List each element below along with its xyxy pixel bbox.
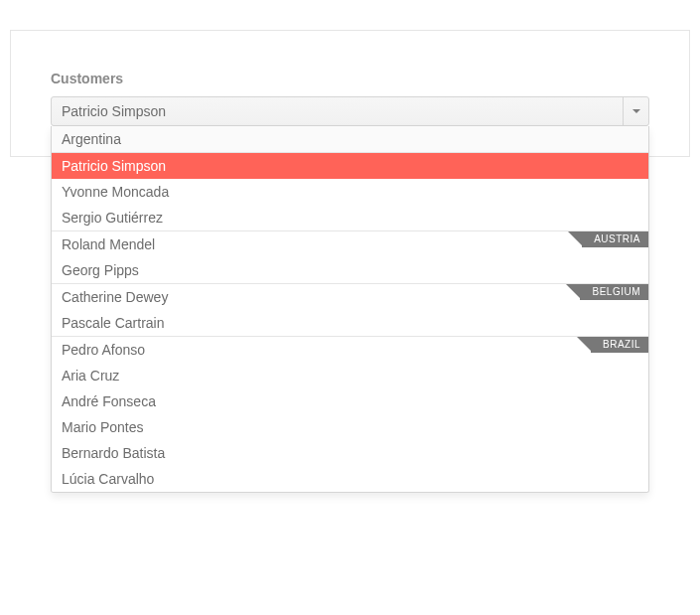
group-wrap: Catherine DeweyBELGIUMPascale Cartrain bbox=[52, 283, 648, 336]
list-item[interactable]: Sergio Gutiérrez bbox=[52, 205, 648, 231]
group-flag: BRAZIL bbox=[591, 337, 648, 353]
list-item[interactable]: Yvonne Moncada bbox=[52, 179, 648, 205]
group-wrap: Roland MendelAUSTRIAGeorg Pipps bbox=[52, 231, 648, 283]
combobox-selected-text: Patricio Simpson bbox=[62, 103, 166, 119]
section-title: Customers bbox=[51, 71, 649, 86]
panel: Customers Patricio Simpson ArgentinaPatr… bbox=[10, 30, 690, 157]
list-item[interactable]: Patricio Simpson bbox=[52, 153, 648, 179]
group-flag: BELGIUM bbox=[580, 284, 648, 300]
group-first-row: Catherine DeweyBELGIUM bbox=[52, 283, 648, 310]
group-label: Argentina bbox=[62, 131, 121, 147]
list-item[interactable]: André Fonseca bbox=[52, 388, 648, 414]
list-item[interactable]: Bernardo Batista bbox=[52, 440, 648, 466]
group-flag: AUSTRIA bbox=[582, 231, 648, 247]
list-item[interactable]: Pedro Afonso bbox=[52, 337, 648, 363]
list-item[interactable]: Georg Pipps bbox=[52, 257, 648, 283]
list-item[interactable]: Aria Cruz bbox=[52, 363, 648, 388]
list-item[interactable]: Catherine Dewey bbox=[52, 284, 648, 310]
list-item[interactable]: Mario Pontes bbox=[52, 414, 648, 440]
combobox-popup: ArgentinaPatricio SimpsonYvonne MoncadaS… bbox=[51, 126, 649, 493]
list-item[interactable]: Roland Mendel bbox=[52, 231, 648, 257]
group-header: Argentina bbox=[52, 126, 648, 153]
group-wrap: Pedro AfonsoBRAZILAria CruzAndré Fonseca… bbox=[52, 336, 648, 492]
chevron-down-icon[interactable] bbox=[623, 97, 648, 125]
list-item[interactable]: Lúcia Carvalho bbox=[52, 466, 648, 492]
customers-combobox-wrap: Patricio Simpson ArgentinaPatricio Simps… bbox=[51, 96, 649, 126]
list-item[interactable]: Pascale Cartrain bbox=[52, 310, 648, 336]
group-wrap: ArgentinaPatricio SimpsonYvonne MoncadaS… bbox=[52, 126, 648, 231]
customers-combobox[interactable]: Patricio Simpson bbox=[51, 96, 649, 126]
group-first-row: Roland MendelAUSTRIA bbox=[52, 231, 648, 257]
group-first-row: Pedro AfonsoBRAZIL bbox=[52, 336, 648, 363]
